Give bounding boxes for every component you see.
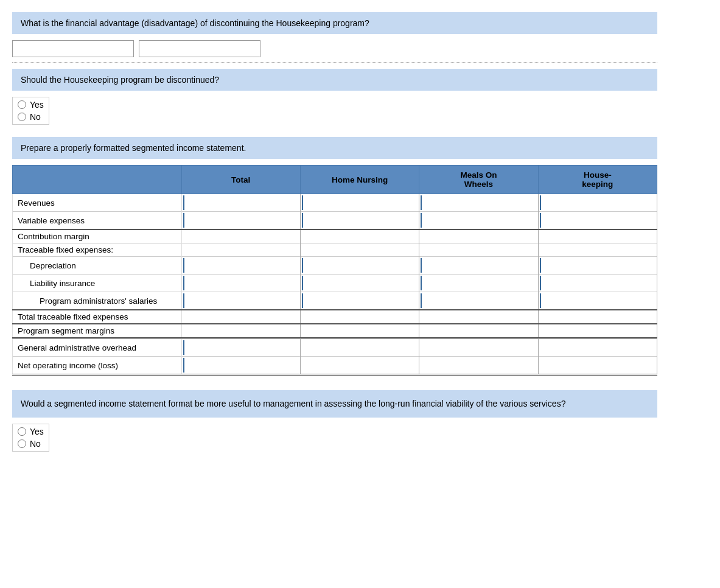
traceable-header-nursing — [300, 243, 419, 257]
segment-margins-label: Program segment margins — [13, 324, 182, 338]
salaries-hk-input[interactable] — [540, 293, 655, 308]
th-housekeeping: House-keeping — [538, 166, 657, 194]
general-admin-total-input[interactable] — [183, 340, 299, 355]
divider-1 — [12, 62, 657, 63]
salaries-nursing-input[interactable] — [302, 293, 418, 308]
useful-no-radio[interactable] — [18, 439, 26, 448]
section1-inputs — [12, 40, 657, 57]
question-2-header: Should the Housekeeping program be disco… — [12, 69, 657, 91]
depreciation-nursing-input[interactable] — [302, 258, 418, 273]
financial-advantage-input-1[interactable] — [12, 40, 134, 57]
variable-meals-input[interactable] — [421, 213, 536, 228]
question-4-text: Would a segmented income statement forma… — [21, 399, 565, 408]
depreciation-label: Depreciation — [13, 257, 182, 275]
question-1-header: What is the financial advantage (disadva… — [12, 12, 657, 34]
liability-hk-cell — [538, 275, 657, 292]
total-traceable-nursing-cell — [300, 310, 419, 324]
section3-label-text: Prepare a properly formatted segmented i… — [21, 143, 246, 153]
total-traceable-meals-cell — [419, 310, 538, 324]
question-4-header: Would a segmented income statement forma… — [12, 390, 657, 418]
financial-advantage-input-2[interactable] — [139, 40, 260, 57]
question-1-text: What is the financial advantage (disadva… — [21, 18, 369, 28]
th-total: Total — [181, 166, 300, 194]
discontinued-yes-radio[interactable] — [18, 100, 26, 109]
table-row-net-operating: Net operating income (loss) — [13, 357, 657, 375]
variable-label: Variable expenses — [13, 212, 182, 230]
contribution-hk-cell — [538, 229, 657, 243]
variable-hk-input[interactable] — [540, 213, 655, 228]
depreciation-nursing-cell — [300, 257, 419, 275]
general-admin-label: General administrative overhead — [13, 338, 182, 357]
net-operating-meals-cell — [419, 357, 538, 375]
variable-hk-cell — [538, 212, 657, 230]
discontinued-no-text: No — [30, 112, 41, 122]
contribution-label: Contribution margin — [13, 229, 182, 243]
segment-margins-meals-cell — [419, 324, 538, 338]
useful-no-label[interactable]: No — [18, 439, 44, 449]
revenues-total-cell — [181, 194, 300, 212]
salaries-total-input[interactable] — [183, 293, 299, 308]
table-row-salaries: Program administrators' salaries — [13, 292, 657, 310]
total-traceable-label: Total traceable fixed expenses — [13, 310, 182, 324]
variable-nursing-input[interactable] — [302, 213, 418, 228]
salaries-meals-cell — [419, 292, 538, 310]
income-table: Total Home Nursing Meals OnWheels House-… — [12, 165, 657, 376]
salaries-nursing-cell — [300, 292, 419, 310]
liability-meals-input[interactable] — [421, 276, 536, 290]
table-row-contribution: Contribution margin — [13, 229, 657, 243]
liability-nursing-cell — [300, 275, 419, 292]
discontinued-yes-text: Yes — [30, 100, 44, 110]
depreciation-hk-cell — [538, 257, 657, 275]
table-header-row: Total Home Nursing Meals OnWheels House-… — [13, 166, 657, 194]
traceable-header-label: Traceable fixed expenses: — [13, 243, 182, 257]
table-row-segment-margins: Program segment margins — [13, 324, 657, 338]
liability-total-input[interactable] — [183, 276, 299, 290]
useful-yes-label[interactable]: Yes — [18, 427, 44, 436]
revenues-meals-input[interactable] — [421, 195, 536, 210]
liability-meals-cell — [419, 275, 538, 292]
depreciation-meals-cell — [419, 257, 538, 275]
depreciation-total-input[interactable] — [183, 258, 299, 273]
net-operating-nursing-cell — [300, 357, 419, 375]
table-row-traceable-header: Traceable fixed expenses: — [13, 243, 657, 257]
general-admin-total-cell — [181, 338, 300, 357]
variable-total-input[interactable] — [183, 213, 299, 228]
liability-hk-input[interactable] — [540, 276, 655, 290]
salaries-hk-cell — [538, 292, 657, 310]
discontinued-yes-label[interactable]: Yes — [18, 100, 44, 110]
revenues-nursing-input[interactable] — [302, 195, 418, 210]
variable-meals-cell — [419, 212, 538, 230]
total-traceable-hk-cell — [538, 310, 657, 324]
net-operating-hk-cell — [538, 357, 657, 375]
table-row-depreciation: Depreciation — [13, 257, 657, 275]
traceable-header-total — [181, 243, 300, 257]
revenues-meals-cell — [419, 194, 538, 212]
general-admin-meals-cell — [419, 338, 538, 357]
net-operating-total-input[interactable] — [183, 358, 299, 373]
contribution-total-cell — [181, 229, 300, 243]
salaries-total-cell — [181, 292, 300, 310]
liability-nursing-input[interactable] — [302, 276, 418, 290]
liability-label: Liability insurance — [13, 275, 182, 292]
section3-header: Prepare a properly formatted segmented i… — [12, 137, 657, 159]
useful-yes-radio[interactable] — [18, 427, 26, 436]
variable-nursing-cell — [300, 212, 419, 230]
discontinued-no-label[interactable]: No — [18, 112, 44, 122]
contribution-nursing-cell — [300, 229, 419, 243]
depreciation-hk-input[interactable] — [540, 258, 655, 273]
general-admin-hk-cell — [538, 338, 657, 357]
discontinued-no-radio[interactable] — [18, 113, 26, 121]
revenues-hk-cell — [538, 194, 657, 212]
traceable-header-hk — [538, 243, 657, 257]
salaries-meals-input[interactable] — [421, 293, 536, 308]
question-2-text: Should the Housekeeping program be disco… — [21, 75, 219, 85]
table-row-revenues: Revenues — [13, 194, 657, 212]
liability-total-cell — [181, 275, 300, 292]
table-row-total-traceable: Total traceable fixed expenses — [13, 310, 657, 324]
depreciation-meals-input[interactable] — [421, 258, 536, 273]
net-operating-total-cell — [181, 357, 300, 375]
th-home-nursing: Home Nursing — [300, 166, 419, 194]
revenues-total-input[interactable] — [183, 195, 299, 210]
th-empty — [13, 166, 182, 194]
revenues-hk-input[interactable] — [540, 195, 655, 210]
